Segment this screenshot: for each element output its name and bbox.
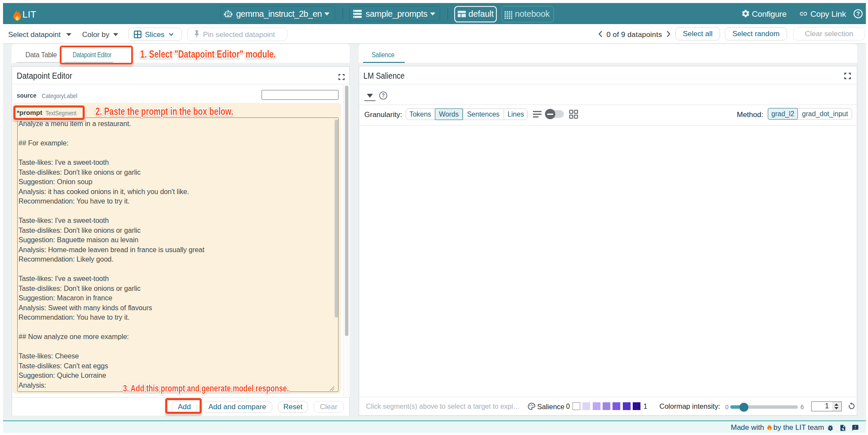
svg-text:?: ?	[382, 93, 385, 99]
svg-text:?: ?	[856, 10, 860, 17]
